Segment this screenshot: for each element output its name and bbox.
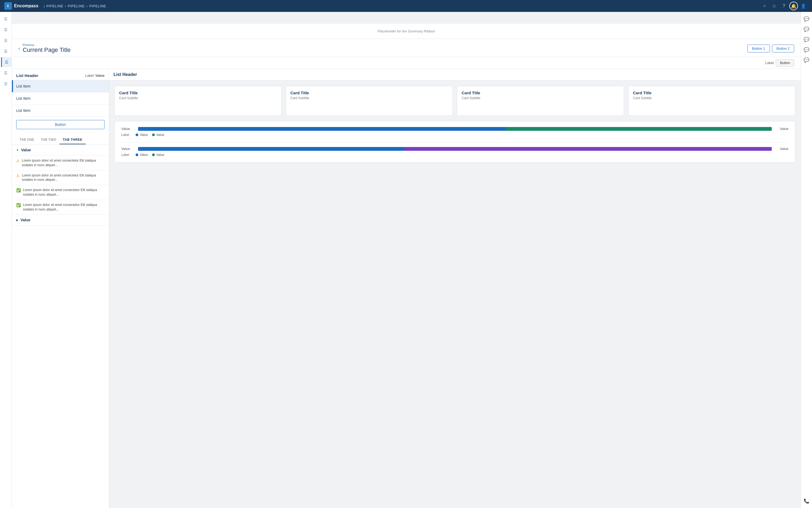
card-1-subtitle: Card Subtitle (119, 96, 277, 100)
chat-icon-5[interactable]: 💬 (802, 55, 811, 65)
tab-one[interactable]: TAB ONE (16, 136, 38, 144)
breadcrumb-sep-1: › (65, 4, 66, 8)
list-item-1[interactable]: List Item (12, 80, 109, 92)
left-panel-list-header: List Header (16, 73, 38, 78)
left-panel-header-meta: Label Value (85, 74, 104, 78)
legend-dot-teal-2 (152, 154, 155, 156)
list-item-2[interactable]: List Item (12, 92, 109, 104)
chart-1-bar (138, 127, 772, 131)
accordion-arrow-down: ▼ (16, 149, 19, 152)
header-value: Value (95, 74, 104, 78)
left-panel-button-wrap: Button (12, 117, 109, 132)
app-name: Encompass (14, 3, 38, 8)
warn-icon-1: ⚠ (16, 159, 20, 163)
card-4-subtitle: Card Subtitle (633, 96, 791, 100)
card-2-title: Card Title (290, 90, 448, 95)
top-nav: E Encompass | PIPELINE › PIPELINE › PIPE… (0, 0, 812, 12)
accordion-item-text-1: Lorem ipsum dolor sit amet consectetur E… (22, 158, 104, 168)
right-panel-title: List Header (114, 72, 137, 77)
accordion-item-2: ⚠ Lorem ipsum dolor sit amet consectetur… (12, 170, 109, 185)
breadcrumb-sep-2: › (86, 4, 88, 8)
page-content: ‹ Previous Current Page Title Button 1 B… (12, 39, 801, 508)
summary-ribbon-text: Placeholder for the Summary Ribbon (377, 29, 435, 33)
chat-icon-1[interactable]: 💬 (802, 14, 811, 24)
legend-dot-teal-1 (152, 133, 155, 136)
left-panel-button[interactable]: Button (16, 120, 104, 129)
accordion-header-1[interactable]: ▼ Value (12, 144, 109, 156)
chart-row-2: Value Value Label Value (121, 147, 788, 157)
legend-dot-blue-1 (136, 133, 138, 136)
card-4-title: Card Title (633, 90, 791, 95)
card-3-title: Card Title (462, 90, 619, 95)
accordion-item-4: ✅ Lorem ipsum dolor sit amet consectetur… (12, 200, 109, 215)
tab-two[interactable]: TAB TWO (38, 136, 59, 144)
sidebar-icon-7[interactable]: ☰ (1, 79, 11, 89)
user-button[interactable]: 👤 (799, 2, 808, 10)
page-title: Current Page Title (23, 46, 71, 53)
help-button[interactable]: ? (779, 2, 788, 10)
tab-three[interactable]: TAB THREE (59, 136, 85, 144)
phone-icon[interactable]: 📞 (802, 496, 811, 506)
card-3-subtitle: Card Subtitle (462, 96, 619, 100)
sidebar-icon-1[interactable]: ☰ (1, 14, 11, 24)
chart-1-legend-value-2: Value (156, 133, 164, 137)
warn-icon-2: ⚠ (16, 173, 20, 178)
app-logo: E Encompass (4, 2, 38, 10)
back-arrow-icon[interactable]: ‹ (18, 46, 20, 51)
chat-icon-4[interactable]: 💬 (802, 45, 811, 54)
main-wrapper: Placeholder for the Summary Ribbon ‹ Pre… (12, 12, 801, 508)
chart-panel: Value Value Label Value (115, 121, 795, 162)
chart-1-value-left: Value (121, 127, 135, 131)
right-sidebar: 💬 💬 💬 💬 💬 📞 (801, 12, 812, 508)
left-panel-header: List Header Label Value (12, 69, 109, 80)
sidebar-icon-3[interactable]: ☰ (1, 36, 11, 45)
chart-2-label-row: Value Value (121, 147, 788, 151)
chart-2-bar-blue (138, 147, 404, 151)
header-button-1[interactable]: Button 1 (748, 45, 770, 52)
chart-2-legend-value-1: Value (140, 153, 148, 157)
chart-2-legend-item-1: Value (136, 153, 148, 157)
chart-2-legend-label: Label (121, 153, 129, 157)
accordion-header-2[interactable]: ▶ Value (12, 215, 109, 226)
accordion-item-text-3: Lorem ipsum dolor sit amet consectetur E… (23, 188, 104, 197)
header-label: Label (85, 74, 94, 78)
accordion-arrow-right: ▶ (16, 219, 18, 221)
right-panel-header: List Header (109, 69, 801, 81)
favorites-button[interactable]: ☆ (770, 2, 778, 10)
card-2[interactable]: Card Title Card Subtitle (286, 86, 453, 116)
sidebar-icon-6[interactable]: ☰ (1, 68, 11, 78)
chart-separator (121, 142, 788, 142)
card-3[interactable]: Card Title Card Subtitle (457, 86, 624, 116)
page-header-buttons: Button 1 Button 2 (748, 45, 794, 52)
secondary-toolbar: Label Button (12, 57, 801, 69)
success-icon-2: ✅ (16, 203, 21, 207)
chart-1-legend-item-2: Value (152, 133, 164, 137)
card-1[interactable]: Card Title Card Subtitle (115, 86, 281, 116)
accordion-item-1: ⚠ Lorem ipsum dolor sit amet consectetur… (12, 156, 109, 170)
sidebar-icon-2[interactable]: ☰ (1, 25, 11, 35)
accordion-item-text-2: Lorem ipsum dolor sit amet consectetur E… (22, 173, 104, 182)
chart-1-legend-value-1: Value (140, 133, 148, 137)
notifications-button[interactable]: 🔔 (789, 2, 798, 10)
chart-2-bar-purple (404, 147, 772, 151)
breadcrumb-item-3[interactable]: PIPELINE (89, 4, 106, 8)
toolbar-button[interactable]: Button (776, 59, 794, 67)
search-button[interactable]: ○ (760, 2, 769, 10)
chat-icon-2[interactable]: 💬 (802, 24, 811, 34)
accordion-item-3: ✅ Lorem ipsum dolor sit amet consectetur… (12, 185, 109, 200)
chat-icon-3[interactable]: 💬 (802, 35, 811, 44)
chart-2-legend: Label Value Value (121, 153, 788, 157)
card-1-title: Card Title (119, 90, 277, 95)
header-button-2[interactable]: Button 2 (772, 45, 794, 52)
chart-2-legend-value-2: Value (156, 153, 164, 157)
breadcrumb-item-2[interactable]: PIPELINE (68, 4, 85, 8)
breadcrumb-item-1[interactable]: PIPELINE (46, 4, 63, 8)
list-items: List Item List Item List Item (12, 80, 109, 117)
sidebar-icon-4[interactable]: ☰ (1, 46, 11, 56)
nav-icons: ○ ☆ ? 🔔 👤 (760, 2, 808, 10)
sidebar-icon-5-active[interactable]: ☰ (1, 57, 12, 67)
chart-1-legend-label: Label (121, 133, 129, 137)
accordion-item-text-4: Lorem ipsum dolor sit amet consectetur E… (23, 203, 104, 212)
list-item-3[interactable]: List Item (12, 104, 109, 117)
card-4[interactable]: Card Title Card Subtitle (628, 86, 795, 116)
